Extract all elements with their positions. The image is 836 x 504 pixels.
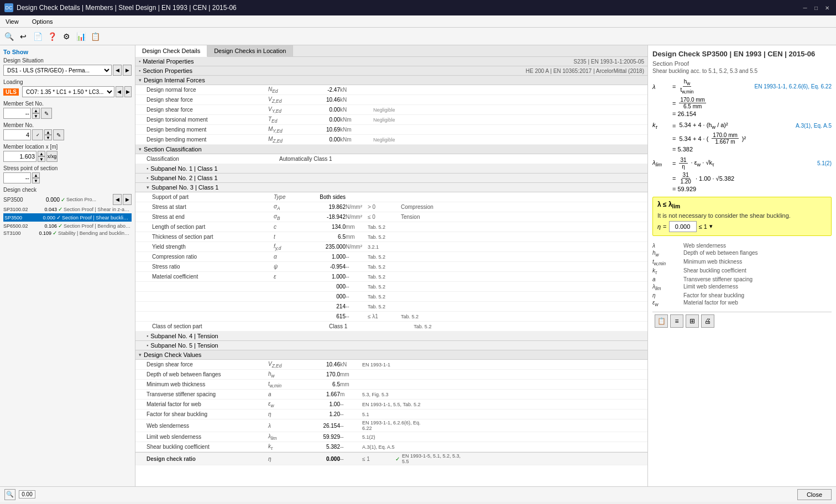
subpanel-2[interactable]: ▪ Subpanel No. 2 | Class 1: [135, 174, 647, 183]
loading-label: Loading: [3, 79, 132, 85]
to-show-label: To Show: [3, 49, 132, 55]
stress-point-up[interactable]: ▲: [32, 172, 40, 178]
lambda-numer: hw: [683, 78, 692, 87]
menu-view[interactable]: View: [2, 17, 22, 26]
design-situation-prev[interactable]: ◀: [113, 65, 122, 76]
member-loc-up[interactable]: ▲: [38, 151, 45, 156]
toolbar-doc[interactable]: 📄: [31, 30, 44, 43]
menu-options[interactable]: Options: [29, 17, 56, 26]
toolbar-clipboard[interactable]: 📋: [88, 30, 102, 43]
rt-btn-2[interactable]: ≡: [670, 314, 683, 328]
member-loc-xdot[interactable]: x/xg: [46, 151, 58, 162]
cv-lambda-lim: Limit web slenderness λlim 59.929 -- 5.1…: [135, 432, 647, 442]
member-set-up[interactable]: ▲: [32, 108, 40, 113]
tab-bar: Design Check Details Design Checks in Lo…: [135, 45, 647, 57]
expand-sub2-icon: ▪: [147, 175, 148, 181]
eta-dropdown[interactable]: ▾: [709, 223, 713, 230]
subpanel-4-label: Subpanel No. 4 | Tension: [150, 333, 218, 339]
check-row-0[interactable]: SP3500 0.000 ✓ Section Pro... ◀ ▶: [3, 194, 132, 205]
toolbar-help[interactable]: ❓: [45, 30, 59, 43]
check-tick-3: ✓: [58, 223, 62, 229]
force-row-2: Design shear force VY,Ed 0.00 kN Negligi…: [135, 105, 647, 115]
legend-llim: λlim Limit web slenderness: [652, 284, 832, 291]
loading-prev[interactable]: ◀: [116, 86, 123, 97]
check-val-1: 0.043: [35, 207, 57, 212]
check-row-3[interactable]: SP6500.02 0.106 ✓ Section Proof | Bendin…: [3, 223, 132, 229]
close-window-button[interactable]: ✕: [823, 3, 832, 12]
rt-btn-print[interactable]: 🖨: [701, 314, 714, 328]
right-toolbar: 📋 ≡ ⊞ 🖨: [652, 312, 832, 330]
right-title: Design Check SP3500 | EN 1993 | CEN | 20…: [652, 50, 832, 58]
check-id-2: SP3500: [4, 215, 32, 221]
tab-design-check-details[interactable]: Design Check Details: [135, 45, 207, 57]
member-no-down[interactable]: ▼: [44, 135, 52, 140]
cv-shear: Design shear force VZ,Ed 10.46 kN EN 199…: [135, 360, 647, 370]
member-no-check[interactable]: ✓: [32, 129, 43, 140]
check-row-2[interactable]: SP3500 0.000 ✓ Section Proof | Shear buc…: [3, 213, 132, 222]
right-subtitle2: Shear buckling acc. to 5.1, 5.2, 5.3 and…: [652, 68, 832, 74]
check-desc-2: Section Proof | Shear buckling acc. to 5…: [62, 215, 130, 221]
formula-area-1: λ = hw tw,min EN 1993-1-1, 6.2.6(6), Eq.…: [652, 78, 832, 192]
stress-point-down[interactable]: ▼: [32, 178, 40, 183]
restore-button[interactable]: □: [812, 3, 821, 12]
minimize-button[interactable]: ─: [801, 3, 809, 12]
expand-sub5-icon: ▪: [147, 343, 148, 348]
subpanel-3[interactable]: ▾ Subpanel No. 3 | Class 1: [135, 183, 647, 192]
legend-tw: tw,min Minimum web thickness: [652, 259, 832, 266]
section-material-properties[interactable]: ▪ Material Properties S235 | EN 1993-1-1…: [135, 57, 647, 66]
subpanel-5[interactable]: ▪ Subpanel No. 5 | Tension: [135, 341, 647, 350]
member-set-icon[interactable]: ✎: [41, 108, 52, 119]
eta-cond: ≤ 1: [699, 223, 707, 230]
bottom-bar: 🔍 0.00 Close: [0, 486, 836, 502]
sub3-yield: Yield strength fy,d 235.000 N/mm² 3.2.1: [135, 242, 647, 252]
lambda-result: = 26.154: [672, 111, 696, 117]
check-row-1[interactable]: SP3100.02 0.043 ✓ Section Proof | Shear …: [3, 206, 132, 212]
bottom-search-icon[interactable]: 🔍: [4, 489, 15, 500]
design-situation-select[interactable]: DS1 - ULS (STR/GEO) - Perma...: [3, 65, 112, 76]
subpanel-1[interactable]: ▪ Subpanel No. 1 | Class 1: [135, 164, 647, 174]
stress-point-input[interactable]: --: [3, 172, 31, 183]
ref1: EN 1993-1-1, 6.2.6(6), Eq. 6.22: [754, 83, 832, 90]
subpanel-4[interactable]: ▪ Subpanel No. 4 | Tension: [135, 332, 647, 341]
subpanel-2-label: Subpanel No. 2 | Class 1: [150, 175, 217, 181]
check-desc-4: Stability | Bending and buckling about p…: [58, 230, 132, 236]
member-no-icon[interactable]: ✎: [53, 129, 64, 140]
section-classification[interactable]: ▾ Section Classification: [135, 145, 647, 154]
rt-btn-1[interactable]: 📋: [655, 314, 668, 328]
loading-next[interactable]: ▶: [124, 86, 132, 97]
rt-btn-3[interactable]: ⊞: [686, 314, 699, 328]
check-row-4[interactable]: ST3100 0.109 ✓ Stability | Bending and b…: [3, 230, 132, 236]
coord-display: 0.00: [19, 490, 35, 498]
check-0-prev[interactable]: ◀: [113, 194, 122, 205]
toolbar-search[interactable]: 🔍: [2, 30, 15, 43]
check-tick-1: ✓: [58, 206, 62, 212]
check-0-next[interactable]: ▶: [123, 194, 132, 205]
sub3-support: Support of part Type Both sides: [135, 192, 647, 202]
member-set-down[interactable]: ▼: [32, 113, 40, 119]
subpanel-3-label: Subpanel No. 3 | Class 1: [151, 184, 218, 191]
section-values-label: Design Check Values: [144, 351, 201, 358]
sub3-row-c: 214 -- Tab. 5.2: [135, 302, 647, 312]
toolbar-back[interactable]: ↩: [17, 30, 30, 43]
section-design-internal-forces[interactable]: ▾ Design Internal Forces: [135, 76, 647, 85]
highlight-box: λ ≤ λlim It is not necessary to consider…: [652, 197, 832, 235]
section-forces-label: Design Internal Forces: [144, 77, 205, 83]
llim-fraction: 31 η: [679, 157, 687, 170]
section-section-properties[interactable]: ▪ Section Properties HE 200 A | EN 10365…: [135, 66, 647, 76]
member-loc-row: 1.603 ▲ ▼ x/xg: [3, 151, 132, 162]
section-design-check-values[interactable]: ▾ Design Check Values: [135, 350, 647, 360]
design-situation-next[interactable]: ▶: [123, 65, 132, 76]
sub3-row-b: 000 -- Tab. 5.2: [135, 292, 647, 302]
eta-input[interactable]: [669, 221, 697, 232]
member-loc-down[interactable]: ▼: [38, 156, 45, 162]
tab-design-checks-location[interactable]: Design Checks in Location: [207, 45, 293, 56]
loading-select[interactable]: CO7: 1.35 * LC1 + 1.50 * LC3...: [22, 86, 114, 97]
member-loc-input[interactable]: 1.603: [3, 151, 36, 162]
member-no-input[interactable]: 4: [3, 129, 31, 140]
member-no-up[interactable]: ▲: [44, 129, 52, 135]
member-set-input[interactable]: --: [3, 108, 31, 119]
sub3-row-a: 000 -- Tab. 5.2: [135, 282, 647, 292]
toolbar-chart[interactable]: 📊: [74, 30, 87, 43]
toolbar-settings[interactable]: ⚙: [60, 30, 73, 43]
close-button[interactable]: Close: [797, 489, 832, 500]
